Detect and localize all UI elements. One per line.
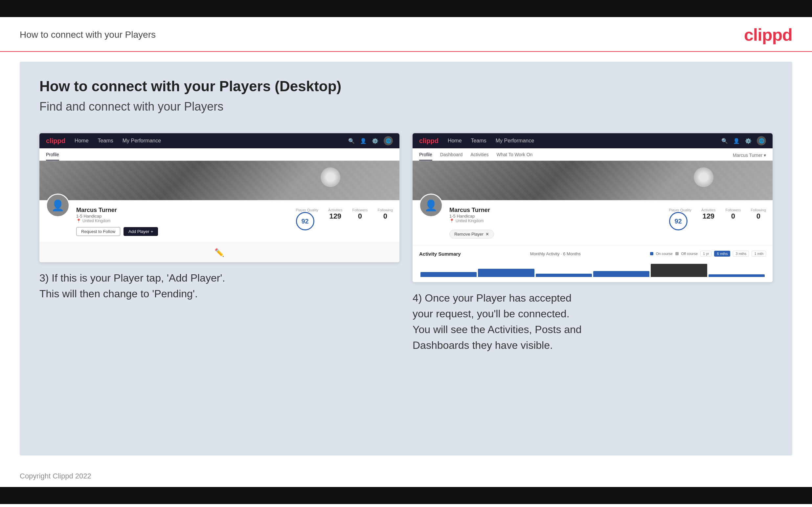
followers-stat-right: Followers 0 [725, 208, 741, 230]
player-location-left: 📍 United Kingdom [76, 219, 289, 223]
banner-texture-right [413, 161, 773, 200]
content-subtitle: Find and connect with your Players [39, 100, 773, 114]
mock-nav-right: clippd Home Teams My Performance 🔍 👤 ⚙️ … [413, 133, 773, 148]
screenshot1-bottom: ✏️ [39, 242, 399, 262]
avatar-person-icon-right: 👤 [424, 199, 438, 212]
oncourse-legend-dot [650, 252, 653, 255]
search-icon-left[interactable]: 🔍 [348, 138, 355, 144]
chart-bar-5 [651, 264, 707, 277]
mock-profile-right: 👤 Marcus Turner 1-5 Handicap 📍 United Ki… [413, 200, 773, 245]
nav-logo-left: clippd [46, 137, 65, 145]
chart-bar-6 [709, 274, 765, 277]
time-1yr-button[interactable]: 1 yr [700, 251, 711, 257]
profile-buttons-left: Request to Follow Add Player + [76, 227, 289, 236]
search-icon-right[interactable]: 🔍 [721, 138, 728, 144]
player-location-right: 📍 United Kingdom [449, 219, 663, 223]
main-content: How to connect with your Players (Deskto… [20, 62, 792, 455]
globe-icon-left[interactable]: 🌐 [384, 136, 393, 146]
chart-bar-2 [478, 269, 534, 277]
nav-teams-right[interactable]: Teams [471, 138, 487, 144]
tab-profile-left[interactable]: Profile [46, 152, 59, 161]
nav-icons-left: 🔍 👤 ⚙️ 🌐 [348, 136, 393, 146]
banner-circle-left [320, 167, 340, 187]
activities-stat-left: Activities 129 [328, 208, 342, 230]
screenshot-right: clippd Home Teams My Performance 🔍 👤 ⚙️ … [413, 133, 773, 353]
player-name-left: Marcus Turner [76, 207, 289, 214]
following-stat-right: Following 0 [751, 208, 766, 230]
top-bar [0, 0, 812, 17]
bottom-bar [0, 487, 812, 504]
player-name-right: Marcus Turner [449, 207, 663, 214]
avatar-person-icon-left: 👤 [51, 199, 64, 212]
followers-stat-left: Followers 0 [352, 208, 367, 230]
avatar-right: 👤 [419, 193, 443, 217]
quality-stat-left: Player Quality 92 [296, 208, 318, 230]
activity-header: Activity Summary Monthly Activity · 6 Mo… [419, 251, 766, 257]
tab-dashboard-right[interactable]: Dashboard [440, 152, 463, 161]
nav-logo-right: clippd [419, 137, 439, 145]
nav-home-left[interactable]: Home [74, 138, 89, 144]
mock-browser-right: clippd Home Teams My Performance 🔍 👤 ⚙️ … [413, 133, 773, 282]
tab-profile-right[interactable]: Profile [419, 152, 432, 161]
profile-top-right: 👤 Marcus Turner 1-5 Handicap 📍 United Ki… [419, 206, 766, 238]
tab-activities-right[interactable]: Activities [470, 152, 489, 161]
user-icon-left[interactable]: 👤 [360, 138, 367, 144]
player-handicap-right: 1-5 Handicap [449, 214, 663, 219]
activity-summary-section: Activity Summary Monthly Activity · 6 Mo… [413, 245, 773, 282]
location-pin-icon-left: 📍 [76, 219, 81, 223]
request-follow-button[interactable]: Request to Follow [76, 227, 120, 236]
profile-info-right: Marcus Turner 1-5 Handicap 📍 United King… [449, 206, 663, 238]
nav-icons-right: 🔍 👤 ⚙️ 🌐 [721, 136, 766, 146]
settings-icon-left[interactable]: ⚙️ [372, 138, 378, 144]
activity-chart [419, 261, 766, 277]
screenshot1-wrapper: clippd Home Teams My Performance 🔍 👤 ⚙️ … [39, 133, 399, 262]
mock-tabs-left: Profile [39, 148, 399, 161]
time-3mths-button[interactable]: 3 mths [733, 251, 749, 257]
nav-home-right[interactable]: Home [448, 138, 462, 144]
globe-icon-right[interactable]: 🌐 [757, 136, 766, 146]
screenshots-row: clippd Home Teams My Performance 🔍 👤 ⚙️ … [39, 133, 773, 353]
activities-stat-right: Activities 129 [701, 208, 715, 230]
location-pin-icon-right: 📍 [449, 219, 454, 223]
quality-circle-left: 92 [296, 212, 314, 230]
page-header: How to connect with your Players clippd [0, 17, 812, 52]
nav-teams-left[interactable]: Teams [98, 138, 113, 144]
screenshot-left: clippd Home Teams My Performance 🔍 👤 ⚙️ … [39, 133, 399, 353]
time-1mth-button[interactable]: 1 mth [752, 251, 766, 257]
profile-top-left: 👤 Marcus Turner 1-5 Handicap 📍 United Ki… [46, 206, 393, 236]
profile-info-left: Marcus Turner 1-5 Handicap 📍 United King… [76, 206, 289, 236]
user-icon-right[interactable]: 👤 [733, 138, 740, 144]
stats-left: Player Quality 92 Activities 129 [296, 206, 393, 230]
step4-text: 4) Once your Player has accepted your re… [413, 290, 773, 353]
offcourse-legend-dot [675, 252, 679, 255]
chart-bar-1 [420, 272, 476, 277]
mock-tabs-right: Profile Dashboard Activities What To Wor… [413, 148, 773, 161]
activity-controls: On course Off course 1 yr 6 mths 3 mths … [650, 251, 766, 257]
nav-myperformance-left[interactable]: My Performance [122, 138, 161, 144]
content-title: How to connect with your Players (Deskto… [39, 78, 773, 95]
mock-profile-left: 👤 Marcus Turner 1-5 Handicap 📍 United Ki… [39, 200, 399, 242]
clippd-logo: clippd [744, 25, 792, 45]
banner-texture-left [39, 161, 399, 200]
following-stat-left: Following 0 [378, 208, 393, 230]
mock-browser-left: clippd Home Teams My Performance 🔍 👤 ⚙️ … [39, 133, 399, 262]
nav-myperformance-right[interactable]: My Performance [496, 138, 534, 144]
copyright-text: Copyright Clippd 2022 [20, 472, 91, 480]
close-icon-remove: ✕ [486, 232, 489, 237]
stats-right: Player Quality 92 Activities 129 Followe [669, 206, 766, 230]
tab-player-name-right[interactable]: Marcus Turner ▾ [733, 153, 766, 161]
chart-bar-3 [536, 274, 592, 277]
add-player-button[interactable]: Add Player + [123, 227, 158, 236]
time-6mths-button[interactable]: 6 mths [714, 251, 730, 257]
banner-circle-right [694, 167, 713, 187]
player-handicap-left: 1-5 Handicap [76, 214, 289, 219]
plus-icon-left: + [151, 229, 153, 234]
settings-icon-right[interactable]: ⚙️ [745, 138, 752, 144]
page-footer: Copyright Clippd 2022 [0, 465, 812, 487]
banner-right [413, 161, 773, 200]
tab-whattoon-right[interactable]: What To Work On [496, 152, 532, 161]
edit-icon-left: ✏️ [214, 248, 224, 257]
chart-bar-4 [593, 271, 649, 277]
remove-player-button[interactable]: Remove Player ✕ [449, 230, 494, 238]
quality-stat-right: Player Quality 92 [669, 208, 692, 230]
